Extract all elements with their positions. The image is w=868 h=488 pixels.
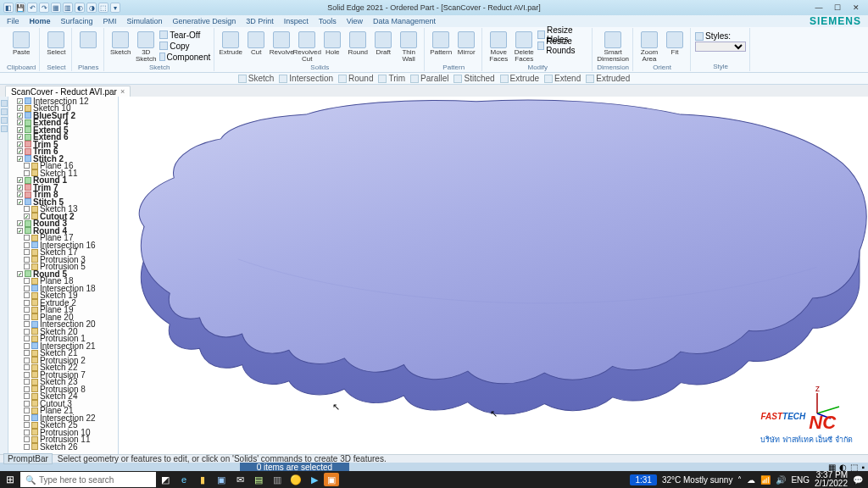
- tab-generative-design[interactable]: Generative Design: [173, 17, 236, 25]
- rail-icon[interactable]: [1, 108, 8, 115]
- tree-checkbox[interactable]: ✓: [17, 271, 23, 277]
- tree-checkbox[interactable]: ✓: [24, 214, 30, 219]
- tab-pmi[interactable]: PMI: [103, 17, 117, 25]
- tree-checkbox[interactable]: [24, 278, 30, 284]
- ribbon-smart-dimension-button[interactable]: Smart Dimension: [601, 30, 625, 64]
- tab-inspect[interactable]: Inspect: [284, 17, 309, 25]
- tray-chevron-icon[interactable]: ˄: [737, 475, 742, 485]
- tab-3d-print[interactable]: 3D Print: [246, 17, 274, 25]
- qat-btn[interactable]: ⬚: [98, 3, 108, 13]
- tree-item[interactable]: ✓Extend 6: [10, 134, 116, 141]
- ribbon-revolve-button[interactable]: Revolve: [270, 30, 293, 64]
- tray-volume-icon[interactable]: 🔊: [776, 475, 786, 485]
- task-view-icon[interactable]: ◩: [156, 471, 175, 488]
- taskbar-app-icon[interactable]: e: [175, 471, 193, 488]
- taskbar-app-icon[interactable]: ▶: [305, 471, 324, 488]
- ribbon-move-faces-button[interactable]: Move Faces: [487, 30, 510, 64]
- tree-checkbox[interactable]: [24, 292, 30, 298]
- ribbon-hole-button[interactable]: Hole: [320, 30, 344, 64]
- tree-checkbox[interactable]: [24, 300, 30, 306]
- tray-language[interactable]: ENG: [791, 475, 810, 485]
- tray-icon[interactable]: ☁: [747, 475, 755, 485]
- tray-date[interactable]: 2/1/2022: [815, 479, 848, 488]
- ribbon-component-button[interactable]: Component: [159, 52, 210, 62]
- tree-checkbox[interactable]: ✓: [17, 148, 23, 154]
- filter-intersection-chip[interactable]: Intersection: [279, 74, 333, 83]
- filter-round-chip[interactable]: Round: [338, 74, 373, 83]
- tree-checkbox[interactable]: ✓: [17, 199, 23, 205]
- filter-extend-chip[interactable]: Extend: [544, 74, 581, 83]
- tree-checkbox[interactable]: [24, 350, 30, 356]
- qat-save-icon[interactable]: 💾: [15, 3, 25, 13]
- status-icon[interactable]: ⬚: [850, 463, 858, 472]
- rail-icon[interactable]: [1, 100, 8, 107]
- tree-checkbox[interactable]: [24, 430, 30, 435]
- tree-checkbox[interactable]: [24, 163, 30, 169]
- tree-checkbox[interactable]: [24, 257, 30, 263]
- tree-checkbox[interactable]: [24, 170, 30, 176]
- tree-checkbox[interactable]: ✓: [17, 177, 23, 183]
- menu-file[interactable]: File: [7, 17, 19, 25]
- tree-item[interactable]: Sketch 26: [10, 443, 116, 451]
- ribbon-copy-button[interactable]: Copy: [159, 41, 210, 51]
- taskbar-search[interactable]: 🔍 Type here to search: [20, 472, 156, 487]
- ribbon-draft-button[interactable]: Draft: [371, 30, 395, 64]
- start-button[interactable]: ⊞: [0, 471, 20, 488]
- tree-checkbox[interactable]: ✓: [17, 119, 23, 125]
- qat-btn[interactable]: ▦: [51, 3, 61, 13]
- qat-btn[interactable]: ◐: [75, 3, 85, 13]
- ribbon-revolved-cut-button[interactable]: Revolved Cut: [295, 30, 319, 64]
- taskbar-app-icon[interactable]: ▤: [249, 471, 268, 488]
- tree-item[interactable]: ✓Trim 7: [10, 184, 116, 191]
- tree-checkbox[interactable]: [24, 314, 30, 320]
- qat-btn[interactable]: ◑: [86, 3, 97, 13]
- ribbon-resize-rounds-button[interactable]: Resize Rounds: [537, 41, 588, 51]
- ribbon-btn-button[interactable]: [76, 30, 100, 64]
- tree-checkbox[interactable]: [24, 364, 30, 370]
- tree-checkbox[interactable]: [24, 415, 30, 421]
- tree-checkbox[interactable]: [24, 286, 30, 291]
- filter-sketch-chip[interactable]: Sketch: [238, 74, 275, 83]
- ribbon-cut-button[interactable]: Cut: [244, 30, 268, 64]
- tray-network-icon[interactable]: 📶: [760, 475, 771, 485]
- ribbon-sketch-button[interactable]: Sketch: [108, 30, 132, 64]
- tree-checkbox[interactable]: ✓: [17, 98, 23, 104]
- ribbon-extrude-button[interactable]: Extrude: [219, 30, 242, 64]
- tab-simulation[interactable]: Simulation: [127, 17, 163, 25]
- tab-tools[interactable]: Tools: [319, 17, 337, 25]
- graphics-viewport[interactable]: ↖ ↖ z FAST TECH NC บริษัท ฟาสท์เทค เอ็นซ…: [119, 97, 868, 454]
- weather-widget[interactable]: 32°C Mostly sunny: [662, 475, 732, 485]
- ribbon-pattern-button[interactable]: Pattern: [429, 30, 453, 64]
- tree-checkbox[interactable]: ✓: [17, 113, 23, 119]
- maximize-button[interactable]: ☐: [829, 2, 846, 14]
- tree-checkbox[interactable]: [24, 263, 30, 269]
- windows-taskbar[interactable]: ⊞ 🔍 Type here to search ◩ e ▮ ▣ ✉ ▤ ▥ 🟡 …: [0, 471, 868, 488]
- qat-btn[interactable]: ▾: [110, 3, 120, 13]
- tree-item[interactable]: ✓Trim 5: [10, 141, 116, 148]
- ribbon-3d-sketch-button[interactable]: 3D Sketch: [134, 30, 158, 64]
- tree-checkbox[interactable]: [24, 436, 30, 442]
- tree-checkbox[interactable]: [24, 401, 30, 407]
- tree-checkbox[interactable]: ✓: [17, 220, 23, 226]
- app-menu-icon[interactable]: ◧: [3, 3, 14, 13]
- tree-checkbox[interactable]: [24, 358, 30, 363]
- tree-checkbox[interactable]: [24, 372, 30, 378]
- rail-icon[interactable]: [1, 117, 8, 124]
- styles-select[interactable]: [695, 42, 746, 52]
- tree-checkbox[interactable]: ✓: [17, 156, 23, 162]
- rail-icon[interactable]: [1, 125, 8, 132]
- system-tray[interactable]: 1:31 32°C Mostly sunny ˄ ☁ 📶 🔊 ENG 3:37 …: [625, 471, 868, 488]
- document-tab[interactable]: ScanCover - Reduct AVI.par ×: [5, 86, 131, 97]
- tree-checkbox[interactable]: [24, 321, 30, 327]
- tree-checkbox[interactable]: ✓: [17, 105, 23, 111]
- taskbar-app-icon[interactable]: ▥: [268, 471, 287, 488]
- tree-checkbox[interactable]: [24, 444, 30, 450]
- tree-checkbox[interactable]: [24, 343, 30, 349]
- tree-checkbox[interactable]: [24, 386, 30, 392]
- taskbar-app-icon[interactable]: ▮: [193, 471, 212, 488]
- minimize-button[interactable]: —: [810, 2, 827, 14]
- tree-checkbox[interactable]: [24, 242, 30, 248]
- tree-checkbox[interactable]: [24, 379, 30, 385]
- tree-checkbox[interactable]: [24, 206, 30, 212]
- ribbon-delete-faces-button[interactable]: Delete Faces: [512, 30, 536, 64]
